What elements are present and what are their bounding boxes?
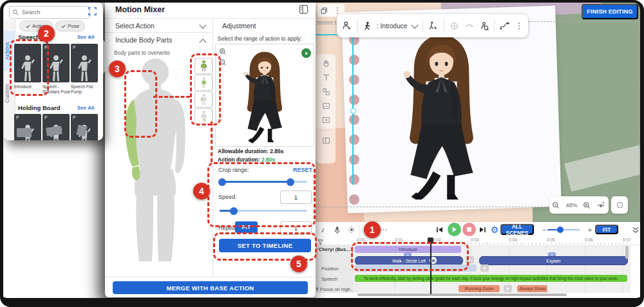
copy-icon[interactable] (321, 7, 328, 14)
repeat-fit-button[interactable]: FIT (235, 221, 258, 233)
merge-with-base-action-button[interactable]: MERGE WITH BASE ACTION (113, 281, 308, 294)
action-thumbnail-holding[interactable]: P (14, 114, 41, 140)
action-thumbnail-holding[interactable]: P (43, 114, 70, 140)
track-character-label[interactable]: Cheryl (Bus... (317, 247, 353, 252)
crop-start-handle[interactable] (218, 178, 226, 186)
track-position-label[interactable]: Position (321, 266, 339, 272)
effects-icon[interactable] (346, 225, 357, 235)
search-box[interactable] (9, 6, 90, 19)
zoom-in-icon[interactable] (583, 201, 591, 209)
clip-introduce[interactable]: Introduce (355, 246, 461, 253)
pose-filter-chip[interactable]: Pose (55, 21, 85, 32)
clip-explain[interactable]: Explain (479, 256, 628, 265)
add-clip-button[interactable]: + (466, 256, 474, 263)
music-icon[interactable]: ♪ (317, 225, 328, 235)
chevron-down-icon[interactable] (199, 21, 206, 28)
playhead-handle[interactable] (428, 237, 433, 244)
clip-speech[interactable]: To work efficiently, start by setting cl… (355, 275, 627, 282)
preview-play-icon[interactable] (301, 48, 311, 58)
crop-end-handle[interactable] (287, 178, 294, 186)
timeline-vertical-scrollbar[interactable] (625, 246, 629, 259)
character-action-toolbar[interactable]: : Introduce ⋮ (337, 14, 528, 37)
fit-canvas-button[interactable] (611, 196, 628, 214)
more-vertical-icon[interactable]: ⋮ (334, 6, 341, 14)
hand-tool-icon[interactable] (322, 59, 330, 68)
speed-slider[interactable] (220, 210, 307, 212)
speed-input[interactable] (280, 191, 312, 204)
body-part-option-leg[interactable] (194, 108, 213, 124)
add-camera-button[interactable]: + (504, 285, 512, 292)
expand-panel-icon[interactable] (88, 7, 97, 15)
panel-layout-icon[interactable] (299, 5, 308, 14)
action-library-panel: Action Pose Actions Custom Speech See Al… (4, 3, 103, 140)
see-all-holding-link[interactable]: See All (77, 105, 94, 111)
preview-zoom-in-icon[interactable] (219, 48, 227, 55)
include-body-parts-header[interactable]: Include Body Parts (115, 36, 172, 44)
character-swap-icon[interactable] (342, 21, 352, 31)
clip-always-show[interactable]: Always Show (517, 285, 547, 292)
more-vertical-icon[interactable]: ⋮ (515, 22, 523, 30)
action-thumbnail-holding[interactable]: P (71, 114, 98, 140)
video-tool-icon[interactable] (322, 116, 330, 124)
zoom-level[interactable]: 48% (565, 202, 577, 209)
action-thumbnail-speech-fist[interactable]: P (71, 44, 98, 82)
preview-visibility-icon[interactable] (596, 201, 605, 209)
timeline-settings-icon[interactable]: ⚙ (489, 225, 500, 235)
canvas-side-toolbar[interactable] (316, 54, 336, 163)
selection-handle[interactable] (350, 108, 356, 114)
character-zoom-icon[interactable] (479, 21, 489, 31)
track-speech-label[interactable]: Speech (321, 276, 337, 282)
text-tool-icon[interactable] (322, 73, 330, 82)
clip-position[interactable] (355, 265, 477, 272)
tab-custom[interactable]: Custom (4, 73, 15, 113)
action-thumbnail-speech-standard[interactable]: P (43, 44, 70, 82)
shapes-tool-icon[interactable] (322, 88, 330, 96)
speed-handle[interactable] (230, 207, 238, 215)
playhead-line[interactable] (430, 244, 431, 294)
stop-button[interactable] (462, 223, 476, 236)
action-preview[interactable] (215, 44, 314, 147)
timeline-zoom-slider[interactable] (547, 229, 580, 230)
stage-canvas[interactable]: ⋮ Camera 1 : Introduce ⋮ FINISH EDITING … (312, 3, 640, 222)
timeline-horizontal-scrollbar[interactable] (357, 293, 567, 296)
preview-zoom-out-icon[interactable] (219, 59, 227, 66)
crop-range-slider[interactable] (220, 181, 307, 183)
character-cheryl[interactable] (382, 31, 501, 200)
body-silhouette[interactable] (115, 57, 198, 269)
target-icon (450, 21, 459, 31)
track-camera-label[interactable]: TFocus on high... (316, 286, 353, 292)
chevron-up-icon[interactable] (199, 39, 206, 46)
current-action-dropdown[interactable]: : Introduce (377, 23, 407, 30)
layout-tool-icon[interactable] (322, 136, 330, 145)
body-part-option-torso[interactable] (194, 75, 213, 91)
skip-start-icon[interactable] (435, 225, 445, 235)
body-part-option-arm[interactable] (194, 91, 213, 107)
edit-action-icon[interactable] (428, 21, 439, 31)
image-tool-icon[interactable] (322, 102, 330, 110)
timeline-zoom-in-icon[interactable]: + (585, 225, 595, 235)
tab-actions[interactable]: Actions (4, 31, 15, 71)
collapse-timeline-icon[interactable] (630, 225, 641, 235)
skip-end-icon[interactable] (477, 225, 488, 235)
clip-walk[interactable]: Walk - Stride Left (355, 256, 463, 265)
chevron-down-icon[interactable] (412, 21, 419, 28)
action-thumbnail-introduce[interactable] (14, 44, 41, 82)
select-action-header[interactable]: Select Action (115, 22, 155, 30)
all-scenes-button[interactable]: ALL SCENES (500, 224, 534, 235)
play-button[interactable] (448, 223, 461, 236)
clip-running-zoom[interactable]: Running Zoom (459, 285, 500, 292)
finish-editing-button[interactable]: FINISH EDITING (582, 4, 638, 19)
body-part-option-upper[interactable] (194, 58, 213, 74)
motion-path-icon[interactable] (500, 21, 510, 30)
see-all-speech-link[interactable]: See All (77, 34, 94, 40)
search-input[interactable] (21, 8, 77, 16)
repeat-input[interactable] (280, 221, 312, 235)
timeline-fit-button[interactable]: FIT (595, 225, 618, 234)
add-position-button[interactable]: + (480, 265, 489, 272)
reset-link[interactable]: RESET (293, 167, 312, 173)
zoom-out-icon[interactable] (552, 201, 560, 209)
canvas-zoom-controls[interactable]: 48% (549, 196, 609, 214)
microphone-icon[interactable] (332, 225, 342, 235)
set-to-timeline-button[interactable]: SET TO TIMELINE (219, 239, 311, 252)
track-badge-icon[interactable] (351, 247, 353, 252)
